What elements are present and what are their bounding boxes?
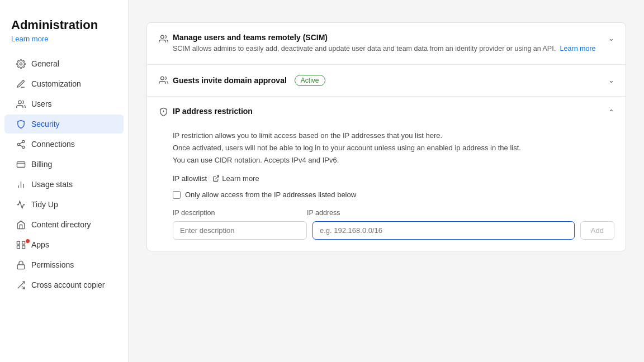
sidebar-item-tidy-up-label: Tidy Up: [31, 200, 58, 209]
users-icon: [16, 99, 26, 109]
svg-rect-12: [17, 241, 20, 244]
svg-line-6: [20, 142, 22, 144]
ip-input-row: Add: [173, 221, 614, 240]
guests-icon: [158, 75, 168, 85]
scim-section-header[interactable]: Manage users and teams remotely (SCIM) S…: [147, 23, 626, 64]
ip-description: IP restriction allows you to limit acces…: [173, 130, 614, 166]
ip-checkbox-row: Only allow access from the IP addresses …: [173, 190, 614, 199]
page-title: Administration: [0, 18, 128, 35]
ip-address-input[interactable]: [312, 221, 575, 240]
customization-icon: [16, 79, 26, 89]
col-addr-header: IP address: [307, 209, 614, 217]
ip-header-left: IP address restriction: [158, 107, 253, 117]
apps-icon: [16, 240, 26, 250]
ip-section-body: IP restriction allows you to limit acces…: [147, 127, 626, 251]
sidebar-item-usage-stats[interactable]: Usage stats: [4, 175, 124, 194]
ip-chevron-up-icon: ⌄: [608, 108, 614, 116]
security-icon: [16, 119, 26, 129]
sidebar-item-usage-stats-label: Usage stats: [31, 180, 73, 189]
guests-section-header[interactable]: Guests invite domain approval Active ⌄: [147, 65, 626, 96]
guests-section-row: Guests invite domain approval Active ⌄: [147, 65, 626, 97]
scim-subtitle: SCIM allows admins to easily add, deacti…: [173, 44, 596, 54]
guests-section-content: Guests invite domain approval Active: [173, 75, 325, 86]
sidebar-item-general-label: General: [31, 59, 59, 68]
ip-allowlist-row: IP allowlist Learn more: [173, 174, 614, 183]
ip-title: IP address restriction: [173, 107, 253, 116]
sidebar-item-security-label: Security: [31, 120, 60, 128]
tidy-up-icon: [16, 199, 26, 209]
svg-rect-16: [17, 264, 25, 269]
ip-learn-more-link[interactable]: Learn more: [212, 174, 259, 183]
scim-chevron-icon: ⌄: [608, 34, 614, 42]
active-badge: Active: [295, 75, 325, 86]
svg-point-19: [160, 35, 164, 39]
sidebar-item-tidy-up[interactable]: Tidy Up: [4, 195, 124, 214]
svg-point-20: [160, 77, 164, 80]
scim-icon: [158, 34, 168, 44]
sidebar-item-content-directory[interactable]: Content directory: [4, 215, 124, 234]
general-icon: [16, 59, 26, 69]
sidebar-nav: General Customization Users Security: [0, 54, 128, 294]
svg-point-1: [18, 101, 21, 104]
permissions-icon: [16, 260, 26, 270]
scim-section-content: Manage users and teams remotely (SCIM) S…: [173, 33, 596, 54]
sidebar-item-permissions[interactable]: Permissions: [4, 255, 124, 274]
sidebar-item-content-directory-label: Content directory: [31, 220, 91, 229]
security-sections-card: Manage users and teams remotely (SCIM) S…: [146, 22, 626, 251]
sidebar-item-billing-label: Billing: [31, 160, 52, 169]
svg-point-0: [20, 63, 22, 65]
svg-rect-7: [17, 161, 25, 167]
sidebar-item-users-label: Users: [31, 99, 52, 108]
svg-point-4: [22, 146, 24, 148]
content-directory-icon: [16, 220, 26, 230]
ip-section-header[interactable]: IP address restriction ⌄: [147, 97, 626, 127]
sidebar-item-general[interactable]: General: [4, 54, 124, 73]
ip-description-input[interactable]: [173, 221, 307, 240]
svg-rect-14: [22, 245, 25, 248]
sidebar-item-permissions-label: Permissions: [31, 260, 74, 269]
scim-title: Manage users and teams remotely (SCIM): [173, 33, 596, 42]
svg-rect-13: [22, 241, 25, 244]
sidebar-item-apps-label: Apps: [31, 240, 49, 249]
sidebar-item-security[interactable]: Security: [4, 115, 124, 134]
billing-icon: [16, 159, 26, 169]
svg-line-18: [22, 286, 24, 288]
guests-header-left: Guests invite domain approval Active: [158, 75, 325, 86]
sidebar: Administration Learn more General Custom…: [0, 0, 129, 362]
sidebar-item-connections[interactable]: Connections: [4, 135, 124, 154]
sidebar-learn-more-link[interactable]: Learn more: [0, 35, 128, 54]
ip-add-button[interactable]: Add: [580, 221, 614, 240]
usage-stats-icon: [16, 179, 26, 189]
apps-notification-badge: [26, 239, 30, 243]
scim-section-row: Manage users and teams remotely (SCIM) S…: [147, 23, 626, 65]
ip-checkbox-label: Only allow access from the IP addresses …: [185, 190, 356, 199]
ip-icon: [158, 107, 168, 117]
scim-header-left: Manage users and teams remotely (SCIM) S…: [158, 33, 596, 54]
sidebar-item-users[interactable]: Users: [4, 94, 124, 113]
svg-point-3: [17, 143, 20, 145]
sidebar-item-apps[interactable]: Apps: [4, 235, 124, 254]
external-link-icon: [212, 175, 220, 182]
ip-table-header: IP description IP address: [173, 209, 614, 217]
sidebar-item-connections-label: Connections: [31, 140, 75, 149]
scim-learn-more-link[interactable]: Learn more: [560, 45, 596, 53]
ip-restriction-checkbox[interactable]: [173, 191, 181, 199]
sidebar-item-customization[interactable]: Customization: [4, 74, 124, 93]
svg-line-5: [20, 145, 22, 146]
sidebar-item-cross-account-copier-label: Cross account copier: [31, 280, 105, 289]
main-content: Manage users and teams remotely (SCIM) S…: [129, 0, 644, 362]
col-desc-header: IP description: [173, 209, 307, 217]
ip-allowlist-label: IP allowlist: [173, 174, 207, 183]
guests-chevron-icon: ⌄: [608, 76, 614, 84]
cross-account-copier-icon: [16, 280, 26, 290]
connections-icon: [16, 139, 26, 149]
sidebar-item-cross-account-copier[interactable]: Cross account copier: [4, 275, 124, 294]
sidebar-item-billing[interactable]: Billing: [4, 155, 124, 174]
svg-point-2: [22, 140, 24, 142]
svg-rect-15: [17, 245, 20, 248]
guests-title: Guests invite domain approval Active: [173, 75, 325, 86]
ip-section-row: IP address restriction ⌄ IP restriction …: [147, 97, 626, 251]
svg-line-23: [216, 176, 219, 179]
sidebar-item-customization-label: Customization: [31, 79, 81, 88]
